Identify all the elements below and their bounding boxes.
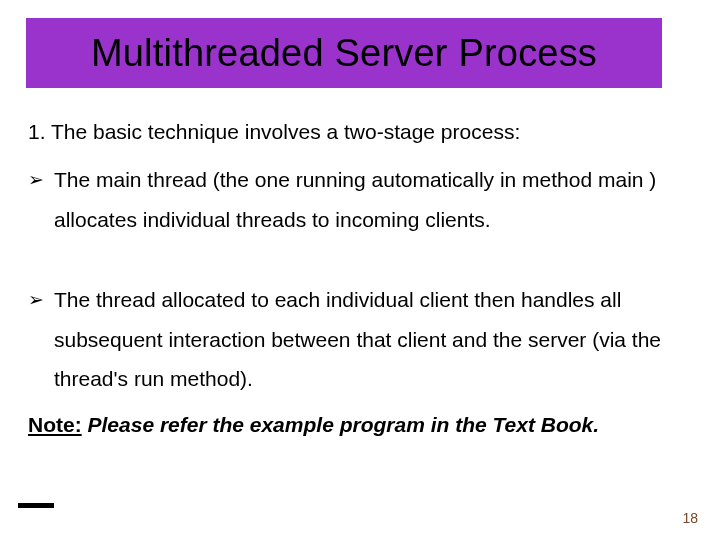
triangle-bullet-icon: ➢: [28, 280, 54, 400]
corner-decoration: [18, 503, 54, 508]
page-number: 18: [682, 510, 698, 526]
intro-line: 1. The basic technique involves a two-st…: [28, 112, 690, 152]
slide-title-box: Multithreaded Server Process: [26, 18, 662, 88]
triangle-bullet-icon: ➢: [28, 160, 54, 240]
slide-title: Multithreaded Server Process: [91, 32, 597, 75]
bullet-item: ➢ The thread allocated to each individua…: [28, 280, 690, 400]
slide-body: 1. The basic technique involves a two-st…: [28, 112, 690, 445]
note-label: Note:: [28, 413, 82, 436]
bullet-item: ➢ The main thread (the one running autom…: [28, 160, 690, 240]
bullet-text: The main thread (the one running automat…: [54, 160, 690, 240]
vertical-spacer: [28, 246, 690, 280]
note-body: Please refer the example program in the …: [82, 413, 599, 436]
bullet-text: The thread allocated to each individual …: [54, 280, 690, 400]
note-line: Note: Please refer the example program i…: [28, 405, 690, 445]
